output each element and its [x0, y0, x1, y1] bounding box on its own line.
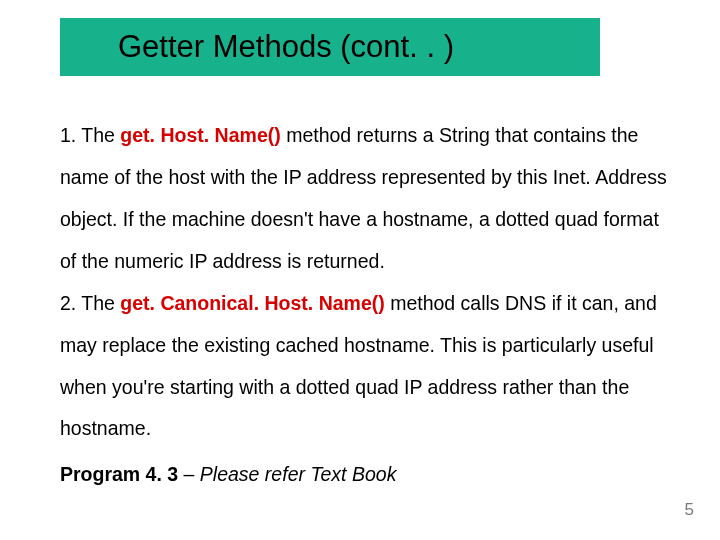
- program-line: Program 4. 3 – Please refer Text Book: [60, 450, 675, 496]
- p1-rest: method returns a String that contains th…: [60, 124, 667, 272]
- method-name-1: get. Host. Name(): [120, 124, 280, 146]
- page-number: 5: [685, 500, 694, 520]
- slide-title: Getter Methods (cont. . ): [118, 29, 454, 65]
- body-text: 1. The get. Host. Name() method returns …: [60, 115, 675, 496]
- program-sep: –: [178, 463, 200, 485]
- p1-prefix: 1. The: [60, 124, 120, 146]
- paragraph-2: 2. The get. Canonical. Host. Name() meth…: [60, 283, 675, 451]
- title-box: Getter Methods (cont. . ): [60, 18, 600, 76]
- method-name-2: get. Canonical. Host. Name(): [120, 292, 384, 314]
- program-ref: Please refer Text Book: [200, 463, 397, 485]
- slide: Getter Methods (cont. . ) 1. The get. Ho…: [0, 0, 720, 540]
- program-label: Program 4. 3: [60, 463, 178, 485]
- p2-prefix: 2. The: [60, 292, 120, 314]
- paragraph-1: 1. The get. Host. Name() method returns …: [60, 115, 675, 283]
